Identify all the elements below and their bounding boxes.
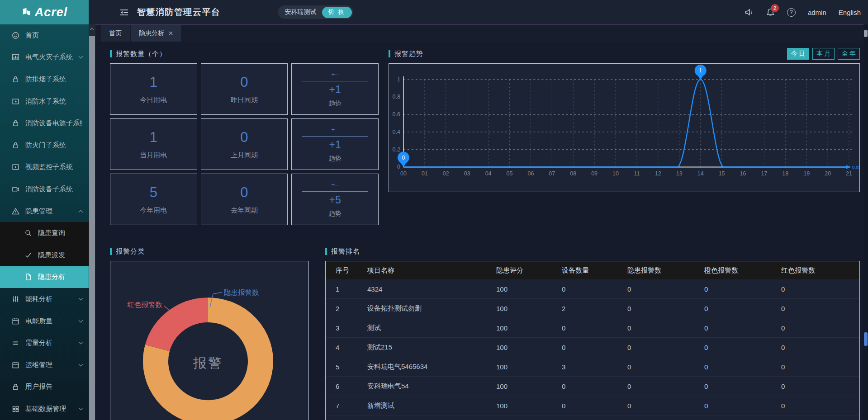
sidebar-item-video-monitor[interactable]: 视频监控子系统 — [0, 156, 89, 179]
page-scrollbar-thumb[interactable] — [864, 332, 868, 346]
cell: 0 — [627, 382, 704, 390]
sidebar-item-label: 运维管理 — [25, 361, 73, 369]
x-tick: 09 — [591, 170, 598, 177]
y-tick: 0.6 — [393, 111, 400, 118]
sidebar-item-label: 电气火灾子系统 — [25, 53, 73, 61]
acrel-flag-icon — [21, 7, 32, 18]
stat-card: 0 上月同期 — [201, 118, 288, 170]
hazard-submenu: 隐患查询 隐患派发 隐患分析 — [0, 222, 89, 288]
x-tick: 02 — [443, 170, 449, 177]
tenant-name: 安科瑞测试 — [285, 8, 317, 16]
sidebar-scrollbar-thumb[interactable] — [89, 36, 95, 420]
stat-card: 0 去年同期 — [201, 174, 288, 225]
scroll-up-arrow-icon[interactable] — [90, 28, 94, 32]
notifications-bell-icon[interactable]: 2 — [766, 8, 775, 17]
chevron-down-icon — [79, 362, 83, 366]
cell: 5 — [336, 363, 367, 371]
sidebar-item-smoke-control[interactable]: 防排烟子系统 — [0, 68, 89, 90]
video-icon — [12, 98, 19, 105]
sidebar-item-hazard-dispatch[interactable]: 隐患派发 — [0, 244, 89, 266]
sidebar-item-label: 防排烟子系统 — [25, 75, 82, 84]
stat-card: 5 今年用电 — [110, 174, 197, 225]
sidebar-item-label: 能耗分析 — [25, 295, 73, 303]
trend-value: +1 — [329, 139, 341, 151]
tab-hazard-analysis[interactable]: 隐患分析 — [131, 25, 181, 42]
cell: 2 — [336, 305, 367, 312]
sidebar-item-home[interactable]: 首页 — [0, 24, 89, 47]
trend-value: +1 — [329, 84, 341, 96]
lock-icon — [12, 142, 19, 149]
sidebar-item-fire-water[interactable]: 消防水子系统 — [0, 90, 89, 113]
cell: 4 — [336, 344, 367, 351]
page-scroll-top-button[interactable] — [864, 30, 868, 37]
range-button-year[interactable]: 全年 — [838, 48, 860, 60]
cell: 0 — [627, 305, 704, 312]
alarm-trend-section: 报警趋势 今日 本月 全年 — [389, 48, 860, 225]
x-tick: 00 — [400, 170, 407, 177]
cell: 0 — [704, 363, 781, 371]
trend-fraction-top: +-- — [332, 71, 339, 78]
sidebar-collapse-icon[interactable] — [119, 9, 129, 16]
sidebar-item-ops-management[interactable]: 运维管理 — [0, 354, 89, 376]
cell: 0 — [781, 305, 859, 312]
cell: 100 — [496, 363, 562, 371]
sidebar-item-electrical-fire[interactable]: 电气火灾子系统 — [0, 47, 89, 69]
trend-fraction-top: +-- — [332, 126, 339, 133]
sidebar-item-fire-power[interactable]: 消防设备电源子系统 — [0, 112, 89, 134]
x-tick: 16 — [740, 170, 746, 177]
sidebar-item-base-data[interactable]: 基础数据管理 — [0, 398, 89, 420]
sidebar-item-fire-devices[interactable]: 消防设备子系统 — [0, 178, 89, 200]
sidebar-item-user-report[interactable]: 用户报告 — [0, 376, 89, 398]
sidebar-item-energy-analysis[interactable]: 能耗分析 — [0, 288, 89, 310]
trend-label: 趋势 — [329, 210, 342, 218]
table-row: 143241000000 — [326, 279, 859, 299]
speaker-icon[interactable] — [745, 8, 754, 16]
x-tick: 07 — [549, 170, 555, 177]
section-title-text: 报警趋势 — [394, 50, 423, 58]
title-accent-bar — [325, 248, 327, 255]
help-icon[interactable]: ? — [787, 8, 796, 17]
stat-label: 今日用电 — [140, 96, 167, 104]
stat-value: 0 — [240, 129, 248, 146]
user-menu[interactable]: admin — [808, 9, 826, 16]
sidebar-item-demand-analysis[interactable]: 需量分析 — [0, 332, 89, 354]
range-button-month[interactable]: 本月 — [812, 48, 835, 60]
sidebar-item-hazard-management[interactable]: 隐患管理 — [0, 200, 89, 222]
logo-text: Acrel — [35, 5, 68, 19]
y-tick: 0 — [397, 164, 400, 170]
cell: 0 — [704, 382, 781, 390]
tab-home[interactable]: 首页 — [101, 25, 130, 42]
sidebar-item-hazard-analysis[interactable]: 隐患分析 — [0, 266, 89, 288]
sidebar-item-fire-door[interactable]: 防火门子系统 — [0, 134, 89, 156]
slice-label-hazard: 隐患报警数 — [224, 288, 259, 296]
tenant-switch-button[interactable]: 切 换 — [322, 7, 352, 18]
chevron-down-icon — [79, 406, 83, 410]
column-header: 序号 — [336, 266, 367, 275]
cell: 安科瑞电气54 — [367, 382, 496, 391]
sidebar-item-hazard-query[interactable]: 隐患查询 — [0, 222, 89, 244]
range-button-today[interactable]: 今日 — [787, 48, 809, 60]
x-tick: 03 — [464, 170, 470, 177]
sidebar-item-label: 隐患派发 — [38, 251, 82, 260]
section-title-text: 报警排名 — [331, 247, 360, 256]
notification-badge: 2 — [771, 4, 779, 12]
cell: 0 — [704, 305, 781, 312]
column-header: 项目名称 — [367, 266, 496, 275]
table-row: 7新增测试1000000 — [326, 396, 859, 415]
y-tick: 1 — [397, 76, 400, 83]
cell: 测试215 — [367, 343, 496, 352]
cell: 3 — [562, 363, 627, 371]
slice-label-red: 红色报警数 — [127, 301, 162, 308]
warning-icon — [12, 208, 19, 215]
sidebar-nav: 首页 电气火灾子系统 防排烟子系统 消防水子系统 消防设备电源子系统 防 — [0, 24, 89, 420]
sidebar-item-label: 视频监控子系统 — [25, 163, 82, 171]
sidebar-item-power-quality[interactable]: 电能质量 — [0, 310, 89, 332]
lock-icon — [12, 76, 19, 83]
close-icon[interactable] — [169, 31, 173, 35]
cell: 0 — [562, 344, 627, 351]
column-header: 红色报警数 — [781, 266, 859, 275]
chevron-down-icon — [79, 318, 83, 322]
fraction-divider — [302, 136, 368, 137]
x-tick: 04 — [485, 170, 492, 177]
language-switch[interactable]: English — [839, 9, 861, 16]
